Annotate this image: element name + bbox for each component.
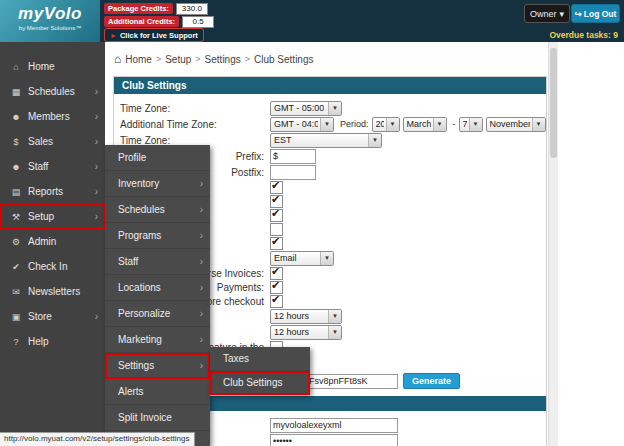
sidebar-item-admin[interactable]: ⚙ Admin [0,229,105,254]
live-support-label: Click for Live Support [120,31,198,40]
currency-prefix-input[interactable] [270,149,316,164]
package-credits-row: Package Credits: 330.0 [104,3,214,14]
field-label: Time Zone: [120,135,270,146]
scrollbar-thumb[interactable] [550,48,557,158]
owner-dropdown[interactable]: Owner ▾ [524,4,570,23]
staff-icon: ☻ [8,162,24,172]
sidebar-item-members[interactable]: ☻ Members › [0,104,105,129]
breadcrumb-home[interactable]: Home [125,54,152,65]
setting-checkbox[interactable] [270,237,283,250]
settings-menu-item-club-settings[interactable]: Club Settings [210,371,310,395]
sidebar-item-reports[interactable]: ▤ Reports › [0,179,105,204]
menu-item-label: Personalize [118,308,170,319]
sidebar-item-label: Sales [28,136,53,147]
breadcrumb-settings[interactable]: Settings [205,54,241,65]
chevron-right-icon: › [200,178,203,189]
setup-menu-item-inventory[interactable]: Inventory › [105,171,210,197]
breadcrumb-setup[interactable]: Setup [165,54,191,65]
setting-checkbox[interactable] [270,209,283,222]
setup-menu-item-staff[interactable]: Staff › [105,249,210,275]
package-credits-value: 330.0 [176,3,208,15]
chevron-right-icon: › [200,230,203,241]
home-icon: ⌂ [114,52,121,66]
sidebar-item-store[interactable]: ▣ Store › [0,304,105,329]
breadcrumb-separator: > [195,54,200,64]
setup-menu-item-marketing[interactable]: Marketing › [105,327,210,353]
vertical-scrollbar[interactable] [548,42,558,446]
sidebar-item-newsletters[interactable]: ✉ Newsletters [0,279,105,304]
chevron-right-icon: › [95,136,98,147]
time-zone-select[interactable]: GMT - 05:00 [270,101,342,116]
breadcrumb-club-settings: Club Settings [254,54,313,65]
sidebar-item-schedules[interactable]: ▦ Schedules › [0,79,105,104]
chevron-down-icon [320,252,333,265]
field-label: Time Zone: [120,103,270,114]
chevron-right-icon: › [200,360,203,371]
additional-time-zone-select[interactable]: GMT - 04:00 [270,117,334,132]
period-start-month-select[interactable]: March [403,117,447,132]
setup-menu-item-settings[interactable]: Settings › [105,353,210,379]
form-row-time-zone: Time Zone: GMT - 05:00 [120,100,540,116]
store-icon: ▣ [8,312,24,322]
period-end-month-select[interactable]: November [486,117,546,132]
menu-item-label: Inventory [118,178,159,189]
xml-username-input[interactable] [270,418,398,433]
status-url-tooltip: http://volo.myuat.com/v2/setup/settings/… [0,432,195,446]
sidebar-item-staff[interactable]: ☻ Staff › [0,154,105,179]
time-format-select[interactable]: 12 hours [270,309,342,324]
additional-credits-value: 0.5 [182,16,214,28]
time-zone-name-select[interactable]: EST [270,133,382,148]
chevron-right-icon: › [95,211,98,222]
time-format-select[interactable]: 12 hours [270,325,342,340]
setup-menu-item-personalize[interactable]: Personalize › [105,301,210,327]
period-start-day-select[interactable]: 20 [372,117,400,132]
xml-password-input[interactable] [270,434,398,446]
chevron-down-icon [328,326,341,339]
sidebar-item-sales[interactable]: $ Sales › [0,129,105,154]
setup-menu-item-locations[interactable]: Locations › [105,275,210,301]
setup-menu-item-programs[interactable]: Programs › [105,223,210,249]
sidebar-item-label: Home [28,61,55,72]
menu-item-label: Club Settings [223,377,282,388]
sidebar-item-label: Help [28,336,49,347]
period-dash: - [453,119,456,129]
sidebar-item-label: Check In [28,261,67,272]
settings-submenu: Taxes Club Settings [210,347,310,395]
currency-postfix-input[interactable] [270,165,316,180]
form-row-additional-time-zone: Additional Time Zone: GMT - 04:00 Period… [120,116,540,132]
setup-menu-item-schedules[interactable]: Schedules › [105,197,210,223]
sidebar-item-setup[interactable]: ⚒ Setup › [0,204,105,229]
breadcrumb-separator: > [156,54,161,64]
sidebar-item-home[interactable]: ⌂ Home [0,54,105,79]
brand-name: myVolo [0,4,100,24]
breadcrumb-separator: > [245,54,250,64]
live-support-button[interactable]: ► Click for Live Support [104,28,204,42]
logout-button[interactable]: ↪ Log Out [571,4,620,23]
chevron-right-icon: › [95,186,98,197]
setting-checkbox[interactable] [270,295,283,308]
delivery-method-select[interactable]: Email [270,251,334,266]
settings-menu-item-taxes[interactable]: Taxes [210,347,310,371]
menu-item-label: Marketing [118,334,162,345]
home-icon: ⌂ [8,62,24,72]
app-root: myVolo by Member Solutions™ Package Cred… [0,0,624,446]
setup-menu-item-profile[interactable]: Profile [105,145,210,171]
sidebar-item-label: Store [28,311,52,322]
credits-panel: Package Credits: 330.0 Additional Credit… [104,3,214,29]
sidebar-item-check-in[interactable]: ✔ Check In [0,254,105,279]
sidebar-item-label: Admin [28,236,56,247]
package-credits-label: Package Credits: [104,3,173,14]
panel-title: Club Settings [114,77,546,94]
period-end-day-select[interactable]: 7 [459,117,483,132]
chevron-right-icon: › [200,282,203,293]
sidebar-item-help[interactable]: ? Help [0,329,105,354]
chevron-right-icon: › [200,256,203,267]
sidebar-nav: ⌂ Home ▦ Schedules › ☻ Members › $ Sales… [0,42,105,446]
members-icon: ☻ [8,112,24,122]
menu-item-label: Profile [118,152,146,163]
sidebar-item-label: Members [28,111,70,122]
setup-menu-item-split-invoice[interactable]: Split Invoice [105,405,210,431]
setup-menu-item-alerts[interactable]: Alerts [105,379,210,405]
overdue-tasks-link[interactable]: Overdue tasks: 9 [549,30,618,40]
generate-button[interactable]: Generate [403,373,460,389]
